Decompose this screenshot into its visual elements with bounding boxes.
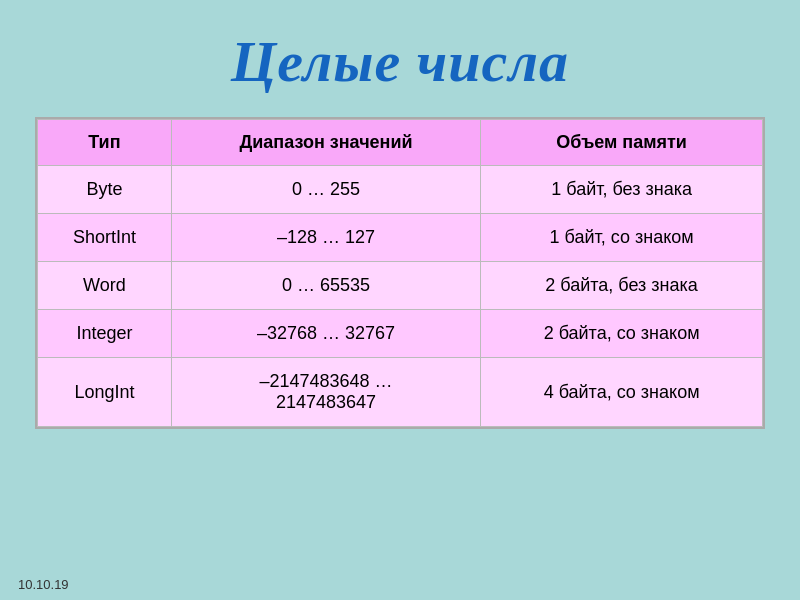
cell-range: –32768 … 32767 <box>171 310 480 358</box>
col-header-range: Диапазон значений <box>171 120 480 166</box>
page-title: Целые числа <box>231 28 569 95</box>
col-header-memory: Объем памяти <box>481 120 763 166</box>
cell-type: Integer <box>38 310 172 358</box>
cell-memory: 2 байта, без знака <box>481 262 763 310</box>
cell-range: –128 … 127 <box>171 214 480 262</box>
table-row: Integer–32768 … 327672 байта, со знаком <box>38 310 763 358</box>
cell-range: 0 … 255 <box>171 166 480 214</box>
cell-type: ShortInt <box>38 214 172 262</box>
cell-memory: 1 байт, без знака <box>481 166 763 214</box>
cell-memory: 4 байта, со знаком <box>481 358 763 427</box>
table-row: Word0 … 655352 байта, без знака <box>38 262 763 310</box>
cell-type: Byte <box>38 166 172 214</box>
cell-range: 0 … 65535 <box>171 262 480 310</box>
cell-memory: 1 байт, со знаком <box>481 214 763 262</box>
table-row: Byte0 … 2551 байт, без знака <box>38 166 763 214</box>
cell-type: LongInt <box>38 358 172 427</box>
cell-memory: 2 байта, со знаком <box>481 310 763 358</box>
date-label: 10.10.19 <box>18 577 69 592</box>
table-header-row: Тип Диапазон значений Объем памяти <box>38 120 763 166</box>
data-table: Тип Диапазон значений Объем памяти Byte0… <box>37 119 763 427</box>
cell-range: –2147483648 …2147483647 <box>171 358 480 427</box>
data-table-wrapper: Тип Диапазон значений Объем памяти Byte0… <box>35 117 765 429</box>
table-row: ShortInt–128 … 1271 байт, со знаком <box>38 214 763 262</box>
col-header-type: Тип <box>38 120 172 166</box>
cell-type: Word <box>38 262 172 310</box>
table-row: LongInt–2147483648 …21474836474 байта, с… <box>38 358 763 427</box>
